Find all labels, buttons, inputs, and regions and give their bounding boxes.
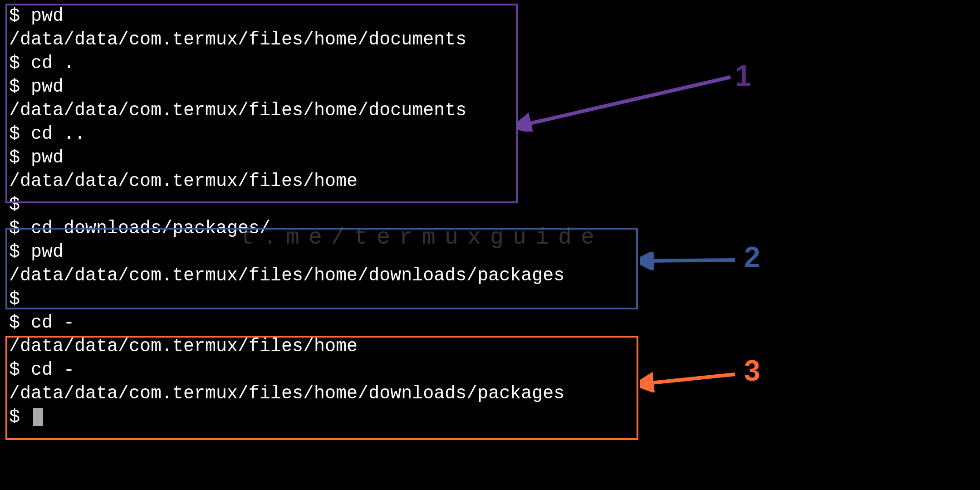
terminal-line: /data/data/com.termux/files/home/downloa… xyxy=(9,264,971,288)
terminal-line: /data/data/com.termux/files/home xyxy=(9,335,971,358)
terminal-line: $ cd - xyxy=(9,358,971,382)
cursor-icon xyxy=(33,408,43,426)
terminal-line: $ cd .. xyxy=(9,122,971,146)
terminal-prompt: $ xyxy=(9,407,31,427)
terminal-line: $ xyxy=(9,288,971,311)
terminal-line: /data/data/com.termux/files/home/documen… xyxy=(9,99,971,122)
annotation-label-1: 1 xyxy=(735,59,751,93)
watermark-text: t.me/termuxguide xyxy=(240,225,603,250)
terminal-prompt-line: $ xyxy=(9,406,971,429)
terminal-line: /data/data/com.termux/files/home/documen… xyxy=(9,28,971,52)
terminal-line: $ xyxy=(9,193,971,217)
terminal-line: /data/data/com.termux/files/home/downloa… xyxy=(9,382,971,406)
annotation-label-3: 3 xyxy=(744,354,760,387)
terminal-line: $ pwd xyxy=(9,146,971,170)
terminal-output[interactable]: $ pwd /data/data/com.termux/files/home/d… xyxy=(9,5,971,429)
annotation-label-2: 2 xyxy=(744,240,760,274)
terminal-line: /data/data/com.termux/files/home xyxy=(9,170,971,193)
terminal-line: $ cd - xyxy=(9,311,971,335)
terminal-line: $ pwd xyxy=(9,75,971,99)
terminal-line: $ pwd xyxy=(9,5,971,28)
terminal-line: $ cd . xyxy=(9,52,971,75)
